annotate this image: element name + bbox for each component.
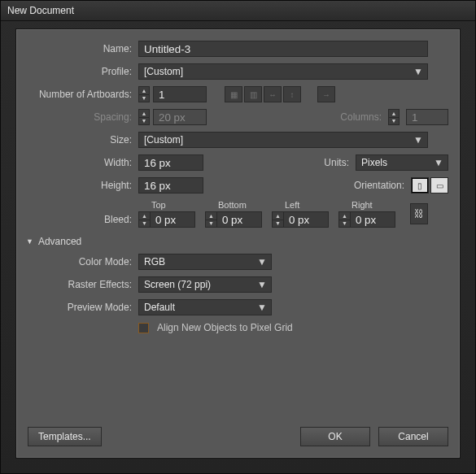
preview-mode-value: Default bbox=[144, 302, 175, 313]
stepper-up-icon[interactable]: ▲ bbox=[139, 87, 149, 95]
units-value: Pixels bbox=[361, 157, 387, 168]
stepper-up-icon[interactable]: ▲ bbox=[273, 212, 283, 220]
artboards-stepper[interactable]: ▲ ▼ bbox=[138, 86, 150, 102]
stepper-up-icon[interactable]: ▲ bbox=[206, 212, 216, 220]
profile-select[interactable]: [Custom] ▼ bbox=[138, 63, 428, 80]
stepper-up-icon[interactable]: ▲ bbox=[339, 212, 350, 220]
grid-by-row-icon[interactable]: ▦ bbox=[225, 86, 242, 102]
ok-button[interactable]: OK bbox=[300, 427, 370, 446]
caret-down-icon: ▼ bbox=[413, 134, 424, 146]
orientation-label: Orientation: bbox=[354, 180, 404, 191]
arrange-h-icon[interactable]: ↔ bbox=[264, 86, 282, 102]
units-select[interactable]: Pixels ▼ bbox=[356, 154, 448, 171]
raster-effects-label: Raster Effects: bbox=[28, 279, 138, 290]
advanced-label: Advanced bbox=[38, 236, 81, 247]
size-select[interactable]: [Custom] ▼ bbox=[138, 132, 428, 148]
bleed-left-input[interactable] bbox=[283, 211, 329, 228]
width-label: Width: bbox=[28, 157, 138, 168]
stepper-down-icon[interactable]: ▼ bbox=[139, 220, 150, 228]
preview-mode-label: Preview Mode: bbox=[28, 302, 138, 313]
dialog-panel: Name: Profile: [Custom] ▼ Number of Artb… bbox=[15, 28, 461, 459]
bleed-left-stepper[interactable]: ▲▼ bbox=[272, 211, 283, 228]
bleed-bottom-stepper[interactable]: ▲▼ bbox=[205, 211, 216, 228]
name-input[interactable] bbox=[138, 41, 428, 57]
disclosure-triangle-icon: ▼ bbox=[26, 237, 33, 246]
columns-stepper: ▲ ▼ bbox=[388, 109, 400, 125]
bleed-label: Bleed: bbox=[28, 214, 138, 228]
grid-by-col-icon[interactable]: ▥ bbox=[244, 86, 262, 102]
preview-mode-select[interactable]: Default ▼ bbox=[138, 299, 272, 315]
stepper-down-icon: ▼ bbox=[139, 118, 149, 125]
window-titlebar[interactable]: New Document bbox=[1, 1, 475, 21]
color-mode-value: RGB bbox=[144, 256, 165, 267]
stepper-up-icon: ▲ bbox=[389, 110, 399, 118]
spacing-label: Spacing: bbox=[28, 111, 138, 123]
width-input[interactable] bbox=[138, 154, 203, 171]
caret-down-icon: ▼ bbox=[256, 279, 268, 290]
bleed-right-input[interactable] bbox=[350, 211, 395, 228]
color-mode-label: Color Mode: bbox=[28, 256, 138, 267]
dialog-content: Name: Profile: [Custom] ▼ Number of Artb… bbox=[28, 41, 448, 412]
bleed-left-label: Left bbox=[272, 200, 329, 210]
profile-label: Profile: bbox=[28, 66, 138, 77]
artboards-label: Number of Artboards: bbox=[28, 89, 138, 100]
color-mode-select[interactable]: RGB ▼ bbox=[138, 254, 272, 270]
height-label: Height: bbox=[28, 180, 138, 191]
units-label: Units: bbox=[324, 157, 349, 168]
cancel-button[interactable]: Cancel bbox=[378, 427, 448, 446]
stepper-down-icon[interactable]: ▼ bbox=[139, 95, 149, 102]
stepper-down-icon[interactable]: ▼ bbox=[206, 220, 216, 228]
stepper-down-icon[interactable]: ▼ bbox=[339, 220, 350, 228]
caret-down-icon: ▼ bbox=[256, 256, 268, 267]
bleed-bottom-input[interactable] bbox=[216, 211, 262, 228]
dialog-footer: Templates... OK Cancel bbox=[28, 427, 448, 446]
stepper-down-icon[interactable]: ▼ bbox=[273, 220, 283, 228]
new-document-window: New Document Name: Profile: [Custom] ▼ bbox=[0, 0, 476, 474]
caret-down-icon: ▼ bbox=[413, 66, 424, 77]
bleed-right-stepper[interactable]: ▲▼ bbox=[338, 211, 350, 228]
templates-button[interactable]: Templates... bbox=[28, 427, 102, 446]
stepper-up-icon[interactable]: ▲ bbox=[139, 212, 150, 220]
orientation-landscape-icon[interactable]: ▭ bbox=[430, 177, 448, 194]
align-pixel-grid-label: Align New Objects to Pixel Grid bbox=[157, 322, 293, 333]
bleed-link-icon[interactable]: ⛓ bbox=[410, 203, 428, 224]
bleed-right-label: Right bbox=[338, 200, 395, 210]
bleed-top-input[interactable] bbox=[150, 211, 195, 228]
spacing-input bbox=[153, 109, 207, 125]
stepper-down-icon: ▼ bbox=[389, 118, 399, 125]
columns-input bbox=[406, 109, 448, 125]
size-value: [Custom] bbox=[144, 134, 183, 146]
bleed-top-label: Top bbox=[138, 200, 195, 210]
bleed-top-stepper[interactable]: ▲▼ bbox=[138, 211, 150, 228]
arrange-v-icon[interactable]: ↕ bbox=[283, 86, 301, 102]
window-title: New Document bbox=[7, 5, 74, 16]
raster-effects-select[interactable]: Screen (72 ppi) ▼ bbox=[138, 276, 272, 293]
align-pixel-grid-checkbox[interactable] bbox=[138, 323, 149, 333]
profile-value: [Custom] bbox=[144, 66, 183, 77]
caret-down-icon: ▼ bbox=[256, 302, 268, 313]
artboards-input[interactable] bbox=[153, 86, 207, 102]
spacing-stepper: ▲ ▼ bbox=[138, 109, 150, 125]
size-label: Size: bbox=[28, 134, 138, 146]
columns-label: Columns: bbox=[340, 111, 382, 123]
advanced-disclosure[interactable]: ▼ Advanced bbox=[26, 236, 448, 247]
stepper-up-icon: ▲ bbox=[139, 110, 149, 118]
arrange-arrow-icon[interactable]: → bbox=[317, 86, 335, 102]
height-input[interactable] bbox=[138, 177, 203, 194]
bleed-bottom-label: Bottom bbox=[205, 200, 262, 210]
orientation-portrait-icon[interactable]: ▯ bbox=[411, 177, 429, 194]
caret-down-icon: ▼ bbox=[433, 157, 444, 168]
raster-effects-value: Screen (72 ppi) bbox=[144, 279, 211, 290]
name-label: Name: bbox=[28, 43, 138, 54]
